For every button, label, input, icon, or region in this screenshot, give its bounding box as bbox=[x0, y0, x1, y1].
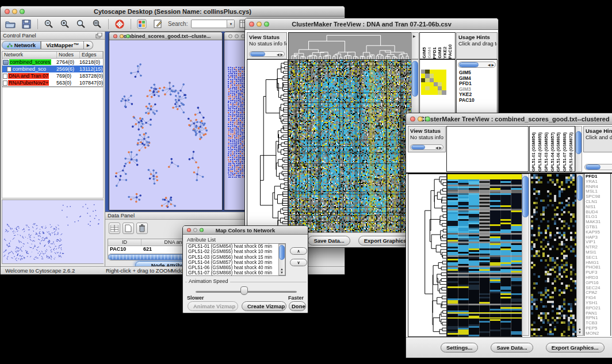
tv-button[interactable]: Settings... bbox=[441, 343, 478, 352]
minimize-button[interactable] bbox=[418, 116, 423, 121]
tv2-status-scrollbar[interactable]: ◀ ▶ bbox=[410, 144, 443, 150]
zoom-out-icon[interactable] bbox=[43, 18, 55, 30]
tv2-gene-vscroll[interactable]: ▲▼ bbox=[576, 174, 583, 336]
vscroll-thumb[interactable] bbox=[577, 175, 583, 201]
network-tree-area[interactable] bbox=[2, 87, 104, 198]
scroll-arrows[interactable]: ◀ ▶ bbox=[277, 53, 283, 56]
close-button[interactable] bbox=[187, 228, 191, 232]
overview-canvas[interactable] bbox=[2, 200, 104, 263]
tv2-column-tree-panel[interactable] bbox=[446, 126, 529, 172]
tv2-hints-scrollbar[interactable] bbox=[584, 164, 612, 170]
tv-button[interactable]: Save Data... bbox=[308, 236, 350, 246]
main-title-bar[interactable]: Cytoscape Desktop (Session Name: collins… bbox=[1, 6, 345, 17]
dialog-title-bar[interactable]: Map Colors to Network bbox=[183, 226, 308, 235]
attribute-item[interactable]: GPL51-02 (GSM855) heat shock 10 min bbox=[188, 249, 285, 254]
network-canvas[interactable] bbox=[109, 41, 222, 210]
open-folder-icon[interactable] bbox=[4, 18, 17, 30]
minimize-button[interactable] bbox=[257, 21, 262, 26]
zoom-selected-icon[interactable] bbox=[75, 18, 87, 30]
tv1-similarity-matrix[interactable] bbox=[421, 70, 446, 95]
search-dropdown-icon[interactable]: ▼ bbox=[227, 20, 234, 28]
tv-button[interactable]: Save Data... bbox=[491, 343, 533, 352]
network-row[interactable]: combined_scores2764(0)16218(0) bbox=[2, 59, 103, 66]
attribute-item[interactable]: GPL51-01 (GSM854) heat shock 05 min bbox=[188, 244, 285, 249]
tv2-heatmap[interactable] bbox=[447, 174, 522, 337]
minimize-button[interactable] bbox=[12, 9, 17, 14]
close-button[interactable] bbox=[249, 21, 254, 26]
annotation-icon[interactable] bbox=[152, 18, 165, 30]
tv1-mini-vscroll[interactable]: ▶ bbox=[411, 32, 419, 59]
minimize-button[interactable] bbox=[235, 34, 239, 38]
close-button[interactable] bbox=[228, 34, 232, 38]
table-view-icon[interactable] bbox=[109, 223, 120, 234]
scroll-arrows[interactable]: ◀ ▶ bbox=[435, 146, 442, 150]
tv1-title-bar[interactable]: ClusterMaker TreeView : DNA and Tran 07-… bbox=[245, 18, 498, 30]
attribute-item[interactable]: GPL51-07 (GSM868) heat shock 60 min bbox=[188, 270, 285, 275]
window-controls[interactable] bbox=[5, 9, 25, 14]
attribute-list[interactable]: GPL51-01 (GSM854) heat shock 05 minGPL51… bbox=[186, 243, 286, 276]
delete-attribute-icon[interactable] bbox=[136, 223, 148, 234]
scroll-thumb[interactable] bbox=[459, 62, 479, 67]
tv1-status-scrollbar[interactable]: ◀ ▶ bbox=[249, 51, 285, 57]
zoom-button[interactable] bbox=[200, 228, 204, 232]
move-up-button[interactable]: ∧ bbox=[290, 247, 307, 255]
scroll-arrows[interactable]: ◀ ▶ bbox=[488, 63, 494, 67]
tab-network[interactable]: Network bbox=[2, 41, 41, 49]
vscroll-thumb[interactable] bbox=[412, 61, 418, 97]
close-button[interactable] bbox=[5, 9, 10, 14]
network-row[interactable]: RNAPuberNov2+563(0)107847(0) bbox=[2, 79, 103, 86]
float-panel-icon[interactable] bbox=[95, 33, 102, 39]
scroll-arrows[interactable]: ▲▼ bbox=[280, 267, 284, 274]
scroll-arrow[interactable]: ▶ bbox=[413, 35, 416, 38]
tv2-row-dendrogram[interactable] bbox=[408, 174, 447, 337]
attribute-item[interactable]: GPL51-06 (GSM865) heat shock 40 min bbox=[188, 265, 285, 270]
minimize-button[interactable] bbox=[120, 34, 124, 38]
close-button[interactable] bbox=[410, 116, 415, 121]
scroll-thumb[interactable] bbox=[411, 145, 425, 150]
tv1-label-scrollbar[interactable]: ◀ ▶ bbox=[458, 62, 496, 68]
tv2-gene-list[interactable]: PFD1YRA1RNR4MSL1SPC98CLN1NIS1BUD4ELG1MAK… bbox=[584, 174, 610, 336]
scroll-arrows[interactable]: ▲▼ bbox=[578, 327, 582, 334]
create-vizmap-button[interactable]: Create Vizmap bbox=[242, 301, 286, 311]
close-button[interactable] bbox=[113, 34, 117, 38]
attribute-list-vscroll[interactable]: ▲▼ bbox=[278, 244, 285, 275]
tv1-column-dendrogram[interactable] bbox=[288, 32, 412, 60]
network-row[interactable]: DNA and Tran 07769(0)183728(0) bbox=[2, 72, 103, 79]
network-view-window-1[interactable]: combined_scores_good.txt--cluste... bbox=[109, 32, 223, 210]
search-input[interactable]: ▼ bbox=[191, 20, 235, 28]
minimize-button[interactable] bbox=[193, 228, 197, 232]
animate-vizmap-button[interactable]: Animate Vizmap bbox=[188, 301, 238, 311]
zoom-button[interactable] bbox=[20, 9, 25, 14]
tv2-secondary-heatmap[interactable] bbox=[530, 174, 577, 337]
attribute-item[interactable]: GPL51-03 (GSM856) heat shock 15 min bbox=[188, 255, 285, 260]
tv-button[interactable]: Export Graphics... bbox=[546, 343, 605, 352]
zoom-fit-icon[interactable] bbox=[91, 18, 104, 30]
scroll-thumb[interactable] bbox=[586, 164, 600, 170]
vizmapper-icon[interactable] bbox=[136, 18, 148, 30]
tv1-heatmap[interactable] bbox=[288, 59, 412, 233]
tv2-heatmap-vscroll[interactable] bbox=[522, 174, 529, 336]
speed-slider-thumb[interactable] bbox=[240, 286, 248, 295]
network-row[interactable]: combined_sco2569(6)13112(15) bbox=[2, 66, 103, 72]
tv2-label-vscroll[interactable] bbox=[575, 126, 582, 172]
zoom-button[interactable] bbox=[264, 21, 269, 26]
vscroll-thumb[interactable] bbox=[279, 245, 285, 260]
zoom-button[interactable] bbox=[126, 34, 130, 38]
birds-eye-overview[interactable] bbox=[2, 200, 104, 264]
tab-vizmapper[interactable]: VizMapper™ bbox=[41, 41, 84, 49]
move-down-button[interactable]: ∨ bbox=[290, 259, 307, 266]
help-lifering-icon[interactable] bbox=[113, 18, 126, 30]
vscroll-thumb[interactable] bbox=[522, 176, 529, 217]
tv2-title-bar[interactable]: ClusterMaker TreeView : combined_scores_… bbox=[406, 113, 612, 125]
vscroll-thumb[interactable] bbox=[576, 131, 582, 154]
scroll-thumb[interactable] bbox=[250, 52, 265, 56]
zoom-button[interactable] bbox=[425, 116, 430, 121]
save-icon[interactable] bbox=[20, 18, 33, 30]
tab-overflow-button[interactable]: ▶ bbox=[84, 41, 93, 49]
zoom-in-icon[interactable] bbox=[59, 18, 71, 30]
attribute-item[interactable]: GPL51-04 (GSM857) heat shock 20 min bbox=[188, 260, 285, 265]
network1-title-bar[interactable]: combined_scores_good.txt--cluste... bbox=[109, 32, 222, 40]
tv1-row-dendrogram[interactable] bbox=[247, 59, 288, 233]
new-attribute-icon[interactable] bbox=[123, 223, 134, 234]
done-button[interactable]: Done bbox=[289, 301, 306, 311]
